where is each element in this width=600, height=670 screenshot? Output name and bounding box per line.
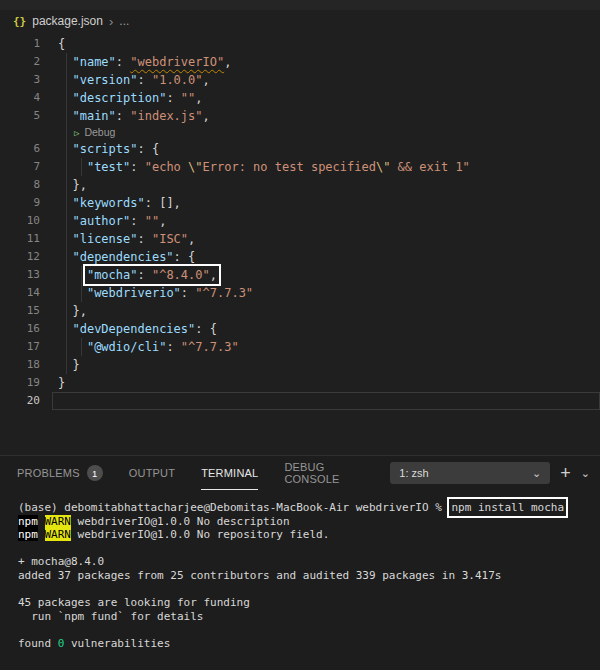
code-line-3[interactable]: 3 "version": "1.0.0",: [0, 71, 600, 89]
terminal-instance-dropdown[interactable]: 1: zsh ⌄: [390, 462, 550, 484]
code-line-6[interactable]: 6 "scripts": {: [0, 140, 600, 158]
indent-guide: [66, 71, 67, 89]
code-token: && exit 1": [390, 160, 469, 174]
indent-guide: [66, 158, 67, 176]
code-token: "devDependencies": [72, 322, 195, 336]
code-line-10[interactable]: 10 "author": "",: [0, 212, 600, 230]
terminal-token: WARN: [45, 515, 72, 528]
indent-guide: [66, 230, 67, 248]
code-line-9[interactable]: 9 "keywords": [],: [0, 194, 600, 212]
code-content: "keywords": [],: [58, 194, 600, 212]
code-token: ,: [210, 268, 217, 282]
terminal-line-2: npm WARN webdriverIO@1.0.0 No descriptio…: [18, 515, 600, 529]
terminal-token: run `npm fund` for details: [18, 610, 203, 623]
code-token: "^8.4.0": [152, 268, 210, 282]
code-line-18[interactable]: 18 }: [0, 356, 600, 374]
code-token: "mocha": [87, 268, 138, 282]
editor-tab-strip: [0, 0, 600, 10]
tab-terminal[interactable]: TERMINAL: [201, 456, 258, 490]
panel-tab-bar: PROBLEMS 1 OUTPUT TERMINAL DEBUG CONSOLE…: [0, 456, 600, 490]
terminal-token: added 37 packages from 25 contributors a…: [18, 569, 501, 582]
code-line-14[interactable]: 14 "webdriverio": "^7.7.3": [0, 284, 600, 302]
code-line-12[interactable]: 12 "dependencies": {: [0, 248, 600, 266]
code-token: :: [130, 214, 144, 228]
terminal-menu-chevron-icon[interactable]: ⌄: [581, 467, 590, 480]
line-number: [0, 125, 40, 140]
code-line-5[interactable]: 5 "main": "index.js",: [0, 107, 600, 125]
line-number: 10: [0, 212, 40, 230]
terminal-token: npm: [18, 528, 38, 541]
code-line-16[interactable]: 16 "devDependencies": {: [0, 320, 600, 338]
code-content: "author": "",: [58, 212, 600, 230]
code-content: "scripts": {: [58, 140, 600, 158]
code-line-13[interactable]: 13 "mocha": "^8.4.0",: [0, 266, 600, 284]
code-token: "^7.7.3": [195, 286, 253, 300]
code-content: "license": "ISC",: [58, 230, 600, 248]
code-token: :: [116, 109, 130, 123]
terminal-token: (base) debomitabhattacharjee@Debomitas-M…: [18, 501, 448, 514]
code-token: "version": [72, 73, 137, 87]
line-number: 7: [0, 158, 40, 176]
indent-guide: [66, 266, 67, 284]
vscode-window: {} package.json › ... 1{2 "name": "webdr…: [0, 0, 600, 670]
code-line-1[interactable]: 1{: [0, 35, 600, 53]
indent-guide: [81, 158, 82, 176]
code-token: "keywords": [72, 196, 144, 210]
code-token: [58, 286, 87, 300]
debug-play-icon[interactable]: ▷: [74, 128, 79, 138]
tab-problems[interactable]: PROBLEMS 1: [17, 456, 103, 490]
bottom-panel: PROBLEMS 1 OUTPUT TERMINAL DEBUG CONSOLE…: [0, 455, 600, 670]
indent-guide: [66, 248, 67, 266]
code-token: "index.js": [130, 109, 202, 123]
indent-guide: [66, 176, 67, 194]
terminal-token: found: [18, 637, 58, 650]
terminal-output[interactable]: (base) debomitabhattacharjee@Debomitas-M…: [0, 490, 600, 651]
code-line-8[interactable]: 8 },: [0, 176, 600, 194]
code-line-4[interactable]: 4 "description": "",: [0, 89, 600, 107]
line-number: 9: [0, 194, 40, 212]
panel-actions: 1: zsh ⌄ + ⌄: [390, 462, 590, 484]
terminal-token: + mocha@8.4.0: [18, 555, 104, 568]
code-token: }: [58, 358, 80, 372]
breadcrumb[interactable]: {} package.json › ...: [0, 10, 600, 32]
code-line-20[interactable]: 20: [0, 392, 600, 410]
code-token: :: [137, 268, 151, 282]
line-number: 15: [0, 302, 40, 320]
code-token: : {: [174, 250, 196, 264]
code-line-15[interactable]: 15 },: [0, 302, 600, 320]
code-token: {: [58, 37, 65, 51]
tab-output[interactable]: OUTPUT: [129, 456, 175, 490]
tab-debug-console[interactable]: DEBUG CONSOLE: [284, 456, 364, 490]
terminal-line-4: [18, 542, 600, 556]
code-content: },: [58, 302, 600, 320]
code-editor[interactable]: 1{2 "name": "webdriverIO",3 "version": "…: [0, 32, 600, 455]
code-token: "^7.7.3": [181, 340, 239, 354]
code-token: :: [116, 55, 130, 69]
code-token: : {: [137, 142, 159, 156]
terminal-token: 45 packages are looking for funding: [18, 596, 250, 609]
new-terminal-button[interactable]: +: [560, 464, 571, 482]
indent-guide: [66, 140, 67, 158]
code-content: "test": "echo \"Error: no test specified…: [58, 158, 600, 176]
code-line-11[interactable]: 11 "license": "ISC",: [0, 230, 600, 248]
code-line-17[interactable]: 17 "@wdio/cli": "^7.7.3": [0, 338, 600, 356]
indent-guide: [66, 302, 67, 320]
line-number: 8: [0, 176, 40, 194]
code-content: "name": "webdriverIO",: [58, 53, 600, 71]
code-line-2[interactable]: 2 "name": "webdriverIO",: [0, 53, 600, 71]
code-line-19[interactable]: 19}: [0, 374, 600, 392]
codelens-debug-link[interactable]: Debug: [84, 126, 115, 138]
indent-guide: [81, 284, 82, 302]
problems-count-badge: 1: [87, 465, 103, 481]
chevron-right-icon: ›: [109, 14, 113, 29]
line-number: 5: [0, 107, 40, 125]
code-line-7[interactable]: 7 "test": "echo \"Error: no test specifi…: [0, 158, 600, 176]
codelens-row[interactable]: ▷Debug: [0, 125, 600, 140]
terminal-line-10: [18, 623, 600, 637]
line-number: 16: [0, 320, 40, 338]
code-token: "license": [72, 232, 137, 246]
code-token: :: [181, 286, 195, 300]
breadcrumb-symbol-path[interactable]: ...: [119, 14, 129, 28]
breadcrumb-file-name[interactable]: package.json: [32, 14, 103, 28]
indent-guide: [66, 53, 67, 71]
